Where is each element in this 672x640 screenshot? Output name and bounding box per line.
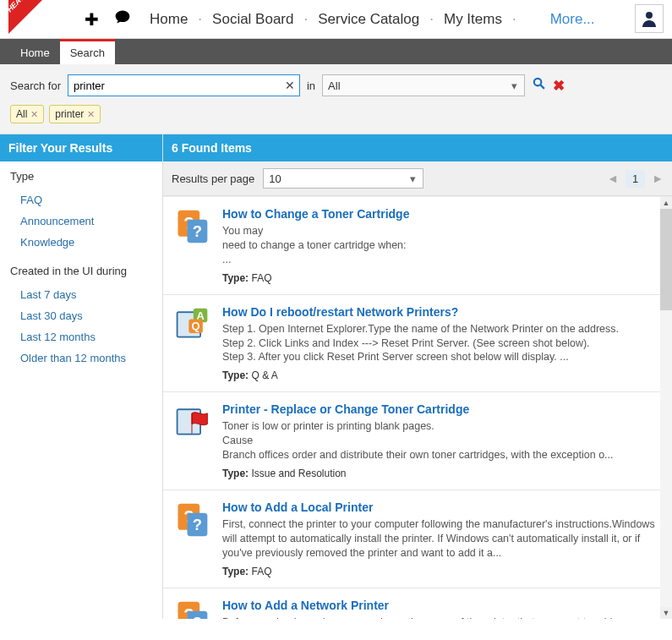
chat-icon[interactable] (114, 8, 131, 30)
nav-separator: · (429, 11, 434, 28)
result-title[interactable]: How to Add a Network Printer (222, 599, 657, 612)
result-type-label: Type: FAQ (222, 566, 657, 577)
svg-point-1 (534, 79, 542, 86)
scroll-up-icon[interactable]: ▲ (660, 197, 672, 209)
scope-select[interactable]: All (322, 74, 525, 96)
result-type-label: Type: FAQ (222, 272, 657, 284)
pager-prev-icon[interactable]: ◄ (607, 172, 619, 185)
svg-line-2 (541, 85, 544, 89)
result-item: How to Change a Toner CartridgeYou may n… (163, 197, 672, 295)
search-for-label: Search for (10, 79, 61, 92)
filter-date-30days[interactable]: Last 30 days (10, 305, 152, 326)
filter-type-announcement[interactable]: Announcement (10, 211, 152, 232)
result-item: How to Add a Network PrinterBefore you b… (163, 588, 672, 620)
result-description: First, connect the printer to your compu… (222, 517, 657, 561)
scrollbar-thumb[interactable] (660, 209, 672, 310)
result-item: Printer - Replace or Change Toner Cartri… (163, 392, 672, 490)
nav-home[interactable]: Home (150, 11, 188, 28)
tab-search[interactable]: Search (60, 39, 115, 64)
result-title[interactable]: How to Add a Local Printer (222, 501, 657, 514)
result-type-icon (173, 501, 210, 538)
result-type-label: Type: Issue and Resolution (222, 468, 657, 479)
user-avatar[interactable] (635, 4, 664, 33)
nav-social-board[interactable]: Social Board (212, 11, 293, 28)
filter-header: Filter Your Results (0, 134, 162, 161)
pager-next-icon[interactable]: ► (652, 172, 664, 185)
nav-my-items[interactable]: My Items (444, 11, 502, 28)
filter-chip-all[interactable]: All✕ (10, 105, 44, 123)
result-type-icon (173, 599, 210, 620)
filter-type-faq[interactable]: FAQ (10, 189, 152, 211)
filter-type-knowledge[interactable]: Knowledge (10, 232, 152, 253)
filter-type-label: Type (10, 170, 152, 183)
search-input[interactable] (68, 74, 300, 96)
result-description: Step 1. Open Internet Explorer.Type the … (222, 322, 657, 365)
result-type-icon (173, 207, 210, 244)
result-title[interactable]: How to Change a Toner Cartridge (222, 207, 657, 221)
result-description: Toner is low or printer is printing blan… (222, 419, 657, 462)
nav-separator: · (512, 11, 516, 28)
result-type-label: Type: Q & A (222, 369, 657, 381)
in-label: in (307, 79, 315, 92)
result-title[interactable]: How Do I reboot/restart Network Printers… (222, 305, 657, 319)
results-per-page-select[interactable]: 10 (263, 168, 423, 189)
heat-logo: HEAT (8, 0, 51, 39)
filter-date-older[interactable]: Older than 12 months (10, 347, 152, 369)
result-item: How Do I reboot/restart Network Printers… (163, 295, 672, 393)
filter-chip-term[interactable]: printer✕ (49, 105, 101, 123)
filter-date-label: Created in the UI during (10, 265, 152, 277)
nav-more[interactable]: More... (550, 11, 595, 28)
scroll-down-icon[interactable]: ▼ (660, 607, 672, 619)
chip-remove-icon[interactable]: ✕ (87, 109, 95, 120)
svg-point-0 (646, 12, 653, 19)
tab-home[interactable]: Home (10, 41, 60, 64)
search-submit-icon[interactable] (532, 76, 546, 95)
result-type-icon (173, 402, 210, 440)
results-per-page-label: Results per page (172, 172, 254, 185)
result-item: How to Add a Local PrinterFirst, connect… (163, 490, 672, 588)
scrollbar-track[interactable]: ▲ ▼ (660, 197, 672, 619)
results-header: 6 Found Items (163, 134, 672, 161)
result-type-icon (173, 305, 210, 342)
nav-separator: · (198, 11, 202, 28)
pager-current-page: 1 (626, 170, 645, 188)
add-icon[interactable]: ✚ (85, 9, 99, 30)
result-description: You may need to change a toner cartridge… (222, 224, 657, 267)
result-description: Before you begin, make sure you know the… (222, 615, 657, 620)
nav-service-catalog[interactable]: Service Catalog (318, 11, 419, 28)
chip-remove-icon[interactable]: ✕ (30, 109, 38, 120)
search-cancel-icon[interactable]: ✖ (553, 77, 565, 95)
clear-search-icon[interactable]: ✕ (285, 79, 295, 92)
nav-separator: · (303, 11, 308, 28)
filter-date-12months[interactable]: Last 12 months (10, 326, 152, 347)
result-title[interactable]: Printer - Replace or Change Toner Cartri… (222, 402, 657, 416)
filter-date-7days[interactable]: Last 7 days (10, 284, 152, 305)
